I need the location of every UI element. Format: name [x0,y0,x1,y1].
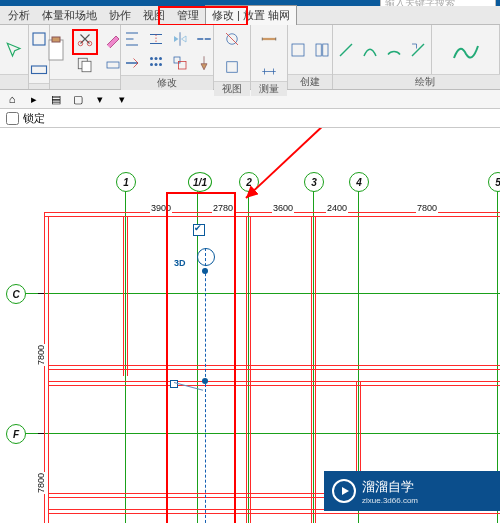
menu-collaborate[interactable]: 协作 [103,6,137,25]
override-icon[interactable] [220,55,244,79]
select-icon[interactable]: ▢ [70,91,86,107]
pin-icon[interactable] [192,51,216,75]
dimension-icon[interactable] [257,55,281,79]
grid-line-3[interactable] [313,188,314,523]
grid-line-1-1[interactable] [197,188,198,523]
grid-bubble-1[interactable]: 1 [116,172,136,192]
drag-vector [174,382,203,391]
grid-line-2[interactable] [248,188,249,523]
lock-bar: 锁定 [0,109,500,128]
dim-text: 3900 [150,203,172,213]
ribbon-group-create: 创建 [288,25,333,89]
ribbon-group-measure: 测量 [251,25,288,89]
wall-line [246,216,247,523]
grid-bubble-4[interactable]: 4 [349,172,369,192]
array-icon[interactable] [144,51,168,75]
pick-lines-icon[interactable] [408,38,428,62]
ribbon-group-modify: 修改 [121,25,214,89]
arc2-icon[interactable] [384,38,404,62]
annotation-selection-box [166,192,236,523]
wall-line [48,369,500,370]
paste-button[interactable] [45,30,69,74]
dropdown-icon[interactable]: ▾ [92,91,108,107]
grid-bubble-5[interactable]: 5 [488,172,500,192]
menu-manage[interactable]: 管理 [171,6,205,25]
dim-text: 2780 [212,203,234,213]
ribbon-group-select [0,25,29,89]
ribbon-group-label: 测量 [251,81,287,96]
wall-line [311,216,312,523]
dim-text: 2400 [326,203,348,213]
svg-rect-3 [52,37,60,42]
copy-icon[interactable] [73,53,97,77]
filter-icon[interactable]: ▤ [48,91,64,107]
chevron-right-icon[interactable]: ▸ [26,91,42,107]
svg-point-10 [155,57,158,60]
scale-icon[interactable] [168,51,192,75]
svg-rect-18 [227,62,238,73]
offset-icon[interactable] [144,27,168,51]
grid-bubble-f[interactable]: F [6,424,26,444]
menu-view[interactable]: 视图 [137,6,171,25]
watermark-url: zixue.3d66.com [362,496,418,505]
more-icon[interactable]: ▾ [114,91,130,107]
mirror-icon[interactable] [168,27,192,51]
drag-handle[interactable] [202,268,208,274]
split-icon[interactable] [192,27,216,51]
wall-line [44,216,500,217]
multiseg-button[interactable] [451,28,481,72]
grid-line-c[interactable] [20,293,500,294]
hide-icon[interactable] [220,27,244,51]
watermark-brand: 溜溜自学 [362,479,414,494]
svg-rect-7 [82,61,91,72]
create-icon2[interactable] [312,38,332,62]
trim-icon[interactable] [120,51,144,75]
dim-text: 7800 [36,344,46,366]
ribbon-group-label [29,83,49,89]
grid-bubble-1-1[interactable]: 1/1 [188,172,212,192]
new-grid-preview[interactable] [205,248,206,523]
measure-icon[interactable] [257,27,281,51]
ribbon-group-label: 修改 [121,75,213,90]
ribbon-group-label [0,74,28,89]
arc-icon[interactable] [360,38,380,62]
grid-line-f[interactable] [20,433,500,434]
svg-rect-19 [292,44,304,56]
drawing-canvas[interactable]: 1 1/1 2 3 4 5 C F 3900 2780 3600 2400 78… [0,128,500,523]
create-icon1[interactable] [288,38,308,62]
drag-handle[interactable] [202,378,208,384]
wall-line [250,216,251,523]
wall-line [315,216,316,523]
3d-marker[interactable]: 3D [174,258,186,268]
menu-bar: 分析 体量和场地 协作 视图 管理 修改 | 放置 轴网 [0,6,500,25]
ribbon-group-view: 视图 [214,25,251,89]
ribbon-group-label: 创建 [288,74,332,89]
wall-line [48,513,500,514]
menu-massing-site[interactable]: 体量和场地 [36,6,103,25]
lock-label: 锁定 [23,111,45,126]
ribbon-group-clipboard [50,25,121,89]
menu-analysis[interactable]: 分析 [2,6,36,25]
draw-panel-label: 绘制 [350,74,500,89]
home-icon[interactable]: ⌂ [4,91,20,107]
menu-modify-place-grid[interactable]: 修改 | 放置 轴网 [205,5,297,26]
wall-line [48,365,500,366]
new-grid-bubble[interactable] [197,248,215,266]
svg-point-11 [159,57,162,60]
svg-point-12 [150,63,153,66]
lock-checkbox[interactable] [6,112,19,125]
grid-bubble-2[interactable]: 2 [239,172,259,192]
dim-text: 7800 [416,203,438,213]
grid-bubble-toggle[interactable] [193,224,205,236]
line-icon[interactable] [336,38,356,62]
grid-bubble-c[interactable]: C [6,284,26,304]
align-icon[interactable] [120,27,144,51]
grid-bubble-3[interactable]: 3 [304,172,324,192]
modify-tool[interactable] [4,28,24,72]
cut-icon[interactable] [73,27,97,51]
wall-line [123,216,124,376]
wall-line [127,216,128,376]
wall-line [48,385,500,386]
play-icon [332,479,356,503]
grid-line-1[interactable] [125,188,126,523]
